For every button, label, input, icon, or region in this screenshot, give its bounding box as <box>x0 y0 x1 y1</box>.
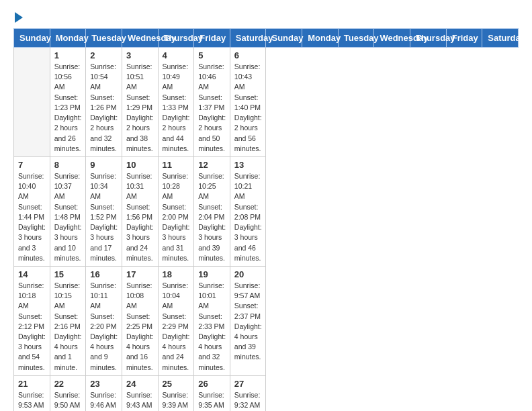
day-info: Sunrise: 9:46 AMSunset: 2:50 PMDaylight:… <box>90 390 118 411</box>
day-info: Sunrise: 9:43 AMSunset: 2:54 PMDaylight:… <box>126 390 154 411</box>
calendar-cell: 7Sunrise: 10:40 AMSunset: 1:44 PMDayligh… <box>14 156 50 266</box>
calendar-cell: 22Sunrise: 9:50 AMSunset: 2:45 PMDayligh… <box>50 375 86 411</box>
col-header-friday: Friday <box>446 29 482 48</box>
day-info: Sunrise: 9:53 AMSunset: 2:41 PMDaylight:… <box>18 390 46 411</box>
day-info: Sunrise: 10:08 AMSunset: 2:25 PMDaylight… <box>126 281 154 373</box>
day-info: Sunrise: 9:57 AMSunset: 2:37 PMDaylight:… <box>234 281 262 363</box>
calendar-cell: 17Sunrise: 10:08 AMSunset: 2:25 PMDaylig… <box>122 266 158 375</box>
day-number: 24 <box>126 379 154 389</box>
day-number: 19 <box>198 269 226 279</box>
calendar-cell: 23Sunrise: 9:46 AMSunset: 2:50 PMDayligh… <box>86 375 122 411</box>
day-info: Sunrise: 9:32 AMSunset: 3:06 PMDaylight:… <box>234 390 262 411</box>
calendar-cell: 2Sunrise: 10:54 AMSunset: 1:26 PMDayligh… <box>86 48 122 157</box>
day-info: Sunrise: 10:28 AMSunset: 2:00 PMDaylight… <box>163 171 190 263</box>
day-info: Sunrise: 10:43 AMSunset: 1:40 PMDaylight… <box>234 62 262 154</box>
day-number: 6 <box>234 50 262 60</box>
col-header-monday: Monday <box>50 29 86 48</box>
calendar-cell: 8Sunrise: 10:37 AMSunset: 1:48 PMDayligh… <box>50 156 86 266</box>
col-header-sunday: Sunday <box>14 29 50 48</box>
calendar-cell: 13Sunrise: 10:21 AMSunset: 2:08 PMDaylig… <box>230 156 266 266</box>
calendar-cell: 27Sunrise: 9:32 AMSunset: 3:06 PMDayligh… <box>230 375 266 411</box>
day-number: 16 <box>90 269 118 279</box>
day-info: Sunrise: 10:18 AMSunset: 2:12 PMDaylight… <box>18 281 46 373</box>
day-info: Sunrise: 10:49 AMSunset: 1:33 PMDaylight… <box>163 62 190 154</box>
calendar-cell: 10Sunrise: 10:31 AMSunset: 1:56 PMDaylig… <box>122 156 158 266</box>
day-number: 12 <box>198 160 226 170</box>
calendar-cell: 6Sunrise: 10:43 AMSunset: 1:40 PMDayligh… <box>230 48 266 157</box>
col-header-friday: Friday <box>194 29 230 48</box>
day-number: 15 <box>54 269 82 279</box>
day-number: 26 <box>198 379 226 389</box>
logo <box>13 12 23 23</box>
calendar-cell: 14Sunrise: 10:18 AMSunset: 2:12 PMDaylig… <box>14 266 50 375</box>
calendar-cell: 16Sunrise: 10:11 AMSunset: 2:20 PMDaylig… <box>86 266 122 375</box>
calendar-week-3: 14Sunrise: 10:18 AMSunset: 2:12 PMDaylig… <box>14 266 519 375</box>
col-header-tuesday: Tuesday <box>86 29 122 48</box>
col-header-wednesday: Wednesday <box>374 29 410 48</box>
day-info: Sunrise: 10:34 AMSunset: 1:52 PMDaylight… <box>90 171 118 263</box>
day-number: 22 <box>54 379 82 389</box>
col-header-monday: Monday <box>302 29 339 48</box>
day-number: 17 <box>126 269 154 279</box>
col-header-thursday: Thursday <box>410 29 447 48</box>
calendar-cell: 21Sunrise: 9:53 AMSunset: 2:41 PMDayligh… <box>14 375 50 411</box>
col-header-sunday: Sunday <box>266 29 302 48</box>
calendar-cell: 1Sunrise: 10:56 AMSunset: 1:23 PMDayligh… <box>50 48 86 157</box>
day-info: Sunrise: 10:11 AMSunset: 2:20 PMDaylight… <box>90 281 118 373</box>
day-number: 7 <box>18 160 46 170</box>
day-info: Sunrise: 10:01 AMSunset: 2:33 PMDaylight… <box>198 281 226 373</box>
day-number: 4 <box>163 50 190 60</box>
day-info: Sunrise: 9:35 AMSunset: 3:02 PMDaylight:… <box>198 390 226 411</box>
calendar-cell: 11Sunrise: 10:28 AMSunset: 2:00 PMDaylig… <box>158 156 194 266</box>
day-info: Sunrise: 10:31 AMSunset: 1:56 PMDaylight… <box>126 171 154 263</box>
day-info: Sunrise: 9:39 AMSunset: 2:58 PMDaylight:… <box>163 390 190 411</box>
calendar-cell: 9Sunrise: 10:34 AMSunset: 1:52 PMDayligh… <box>86 156 122 266</box>
day-number: 8 <box>54 160 82 170</box>
calendar-cell: 19Sunrise: 10:01 AMSunset: 2:33 PMDaylig… <box>194 266 230 375</box>
day-number: 18 <box>163 269 190 279</box>
day-info: Sunrise: 10:51 AMSunset: 1:29 PMDaylight… <box>126 62 154 154</box>
day-number: 21 <box>18 379 46 389</box>
calendar-cell: 15Sunrise: 10:15 AMSunset: 2:16 PMDaylig… <box>50 266 86 375</box>
day-number: 13 <box>234 160 262 170</box>
day-number: 1 <box>54 50 82 60</box>
calendar-header-row: SundayMondayTuesdayWednesdayThursdayFrid… <box>14 29 519 48</box>
col-header-thursday: Thursday <box>158 29 194 48</box>
calendar-week-4: 21Sunrise: 9:53 AMSunset: 2:41 PMDayligh… <box>14 375 519 411</box>
day-number: 27 <box>234 379 262 389</box>
calendar-week-1: 1Sunrise: 10:56 AMSunset: 1:23 PMDayligh… <box>14 48 519 157</box>
day-info: Sunrise: 9:50 AMSunset: 2:45 PMDaylight:… <box>54 390 82 411</box>
day-info: Sunrise: 10:54 AMSunset: 1:26 PMDaylight… <box>90 62 118 154</box>
calendar-table: SundayMondayTuesdayWednesdayThursdayFrid… <box>13 28 519 411</box>
calendar-cell <box>14 48 50 157</box>
day-number: 25 <box>163 379 190 389</box>
day-info: Sunrise: 10:21 AMSunset: 2:08 PMDaylight… <box>234 171 262 263</box>
calendar-cell: 25Sunrise: 9:39 AMSunset: 2:58 PMDayligh… <box>158 375 194 411</box>
logo-triangle-icon <box>15 12 23 23</box>
calendar-cell: 4Sunrise: 10:49 AMSunset: 1:33 PMDayligh… <box>158 48 194 157</box>
col-header-saturday: Saturday <box>482 29 519 48</box>
col-header-wednesday: Wednesday <box>122 29 158 48</box>
calendar-cell: 5Sunrise: 10:46 AMSunset: 1:37 PMDayligh… <box>194 48 230 157</box>
day-info: Sunrise: 10:46 AMSunset: 1:37 PMDaylight… <box>198 62 226 154</box>
calendar-week-2: 7Sunrise: 10:40 AMSunset: 1:44 PMDayligh… <box>14 156 519 266</box>
page-header <box>13 7 519 23</box>
day-number: 10 <box>126 160 154 170</box>
calendar-cell: 18Sunrise: 10:04 AMSunset: 2:29 PMDaylig… <box>158 266 194 375</box>
calendar-cell: 24Sunrise: 9:43 AMSunset: 2:54 PMDayligh… <box>122 375 158 411</box>
day-info: Sunrise: 10:25 AMSunset: 2:04 PMDaylight… <box>198 171 226 263</box>
day-number: 5 <box>198 50 226 60</box>
day-info: Sunrise: 10:37 AMSunset: 1:48 PMDaylight… <box>54 171 82 263</box>
calendar-cell: 12Sunrise: 10:25 AMSunset: 2:04 PMDaylig… <box>194 156 230 266</box>
calendar-cell: 26Sunrise: 9:35 AMSunset: 3:02 PMDayligh… <box>194 375 230 411</box>
day-info: Sunrise: 10:56 AMSunset: 1:23 PMDaylight… <box>54 62 82 154</box>
day-info: Sunrise: 10:40 AMSunset: 1:44 PMDaylight… <box>18 171 46 263</box>
day-number: 14 <box>18 269 46 279</box>
day-number: 2 <box>90 50 118 60</box>
day-number: 3 <box>126 50 154 60</box>
day-number: 23 <box>90 379 118 389</box>
calendar-cell: 20Sunrise: 9:57 AMSunset: 2:37 PMDayligh… <box>230 266 266 375</box>
col-header-saturday: Saturday <box>230 29 266 48</box>
col-header-tuesday: Tuesday <box>338 29 374 48</box>
day-info: Sunrise: 10:15 AMSunset: 2:16 PMDaylight… <box>54 281 82 373</box>
